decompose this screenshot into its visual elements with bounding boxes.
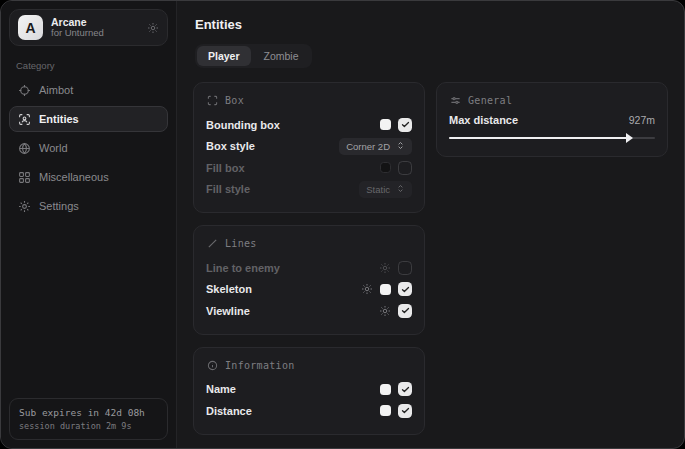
sliders-icon: [450, 95, 461, 106]
session-duration-text: session duration 2m 9s: [19, 420, 158, 433]
setting-row-fill-style: Fill style Static: [206, 179, 412, 201]
app-window: A Arcane for Unturned Category Aimbot: [0, 0, 685, 449]
line-to-enemy-checkbox[interactable]: [398, 261, 412, 275]
entity-tabs: Player Zombie: [195, 44, 312, 68]
setting-row-bounding-box: Bounding box: [206, 114, 412, 136]
fill-style-select[interactable]: Static: [359, 181, 412, 198]
color-swatch[interactable]: [380, 162, 391, 173]
chevrons-up-down-icon: [396, 184, 405, 195]
main-content: Entities Player Zombie Box Bounding box: [177, 1, 684, 448]
distance-checkbox[interactable]: [398, 404, 412, 418]
sidebar-item-label: Entities: [39, 113, 79, 125]
information-card: Information Name Distance: [193, 347, 425, 435]
subscription-card: Sub expires in 42d 08h session duration …: [9, 398, 168, 440]
max-distance-value: 927m: [629, 114, 655, 126]
brand-subtitle: for Unturned: [51, 28, 139, 39]
sidebar-nav: Aimbot Entities World Miscellaneous: [9, 77, 168, 219]
skeleton-checkbox[interactable]: [398, 282, 412, 296]
box-style-select[interactable]: Corner 2D: [339, 138, 412, 155]
section-title: General: [468, 95, 512, 106]
setting-row-skeleton: Skeleton: [206, 279, 412, 301]
section-title: Box: [225, 95, 244, 106]
crosshair-icon: [18, 84, 31, 97]
section-title: Lines: [225, 238, 257, 249]
scan-corners-icon: [207, 95, 218, 106]
sidebar-item-label: Aimbot: [39, 84, 73, 96]
setting-row-name: Name: [206, 379, 412, 401]
color-swatch[interactable]: [380, 284, 391, 295]
scan-person-icon: [18, 113, 31, 126]
color-swatch[interactable]: [380, 405, 391, 416]
setting-row-viewline: Viewline: [206, 300, 412, 322]
brand-settings-icon[interactable]: [147, 22, 159, 34]
setting-row-box-style: Box style Corner 2D: [206, 136, 412, 158]
general-card: General Max distance 927m: [436, 82, 668, 157]
lines-card: Lines Line to enemy Skeleton: [193, 225, 425, 335]
max-distance-slider-fill: [449, 137, 630, 139]
fill-box-checkbox[interactable]: [398, 161, 412, 175]
sidebar-item-world[interactable]: World: [9, 135, 168, 161]
line-icon: [207, 238, 218, 249]
gear-icon[interactable]: [379, 305, 391, 317]
gear-icon[interactable]: [361, 283, 373, 295]
setting-row-line-to-enemy: Line to enemy: [206, 257, 412, 279]
setting-row-max-distance: Max distance 927m: [449, 114, 655, 126]
setting-row-distance: Distance: [206, 400, 412, 422]
viewline-checkbox[interactable]: [398, 304, 412, 318]
gear-icon[interactable]: [379, 262, 391, 274]
gear-icon: [18, 200, 31, 213]
sidebar-item-label: World: [39, 142, 68, 154]
max-distance-slider[interactable]: [449, 132, 655, 144]
sidebar-item-aimbot[interactable]: Aimbot: [9, 77, 168, 103]
slider-thumb[interactable]: [626, 133, 633, 143]
brand-card: A Arcane for Unturned: [9, 9, 168, 46]
brand-logo: A: [18, 15, 43, 40]
globe-icon: [18, 142, 31, 155]
name-checkbox[interactable]: [398, 382, 412, 396]
layout-grid-icon: [18, 171, 31, 184]
color-swatch[interactable]: [380, 119, 391, 130]
sidebar: A Arcane for Unturned Category Aimbot: [1, 1, 177, 448]
sidebar-item-settings[interactable]: Settings: [9, 193, 168, 219]
bounding-box-checkbox[interactable]: [398, 118, 412, 132]
section-title: Information: [225, 360, 295, 371]
sidebar-item-entities[interactable]: Entities: [9, 106, 168, 132]
info-icon: [207, 360, 218, 371]
sidebar-item-label: Settings: [39, 200, 79, 212]
sub-expiry-text: Sub expires in 42d 08h: [19, 406, 158, 420]
category-label: Category: [16, 60, 168, 71]
chevrons-up-down-icon: [396, 141, 405, 152]
setting-row-fill-box: Fill box: [206, 157, 412, 179]
page-title: Entities: [195, 17, 668, 32]
box-card: Box Bounding box Box style: [193, 82, 425, 213]
tab-zombie[interactable]: Zombie: [253, 46, 310, 66]
sidebar-item-label: Miscellaneous: [39, 171, 109, 183]
tab-player[interactable]: Player: [197, 46, 251, 66]
color-swatch[interactable]: [380, 384, 391, 395]
sidebar-item-miscellaneous[interactable]: Miscellaneous: [9, 164, 168, 190]
